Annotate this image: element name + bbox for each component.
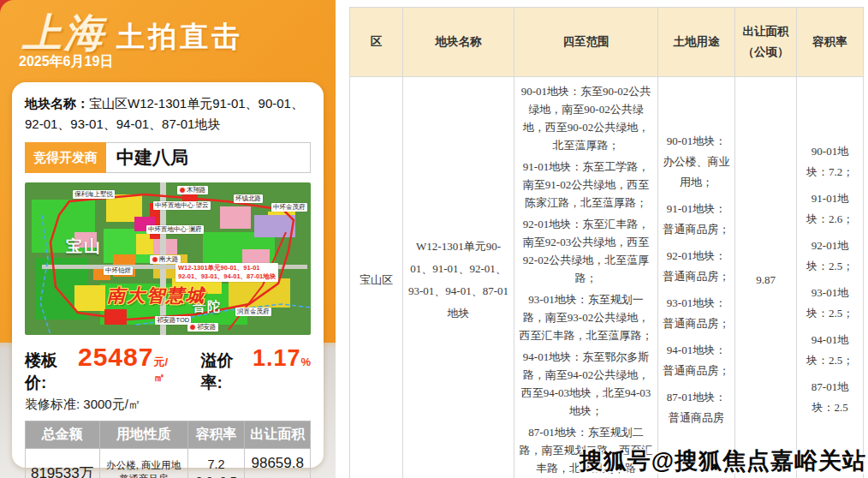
summary-header-total: 总金额 <box>26 421 100 449</box>
right-table-panel: 区 地块名称 四至范围 土地用途 出让面积（公顷） 容积率 宝山区 W12-13… <box>336 0 868 478</box>
left-infographic-panel: 上海土拍直击 2025年6月19日 地块名称：宝山区W12-1301单元91-0… <box>0 0 336 478</box>
summary-header-area: 出让面积 <box>245 421 311 449</box>
cell-parcel-name: W12-1301单元90-01、91-01、92-01、93-01、94-01、… <box>403 77 514 478</box>
metro-icon <box>179 187 186 194</box>
winner-badge: 竞得开发商 <box>25 142 106 173</box>
cell-far: 90-01地块：7.2； 91-01地块：2.6； 92-01地块：2.5； 9… <box>797 77 864 478</box>
price-row: 楼板价: 25487 元/㎡ 溢价率: 1.17 % <box>25 343 311 394</box>
map-label-qian-road: 祁安路 <box>187 323 218 332</box>
decoration-standard: 装修标准: 3000元/㎡ <box>25 397 311 413</box>
summary-header-far: 容积率 <box>187 421 245 449</box>
summary-header-row: 总金额 用地性质 容积率 出让面积 <box>26 421 311 449</box>
premium-value: 1.17 <box>253 345 301 372</box>
summary-total: 819533万 <box>26 449 100 478</box>
page: 上海土拍直击 2025年6月19日 地块名称：宝山区W12-1301单元91-0… <box>0 0 868 478</box>
header: 上海土拍直击 <box>22 7 243 60</box>
winner-name: 中建八局 <box>106 142 311 173</box>
zoning-map: 保利海上墅悦 木翔路 中环置地中心·望云 环镇北路 中环金茂府 中环置地中心·澜… <box>25 182 311 335</box>
summary-far: 7.2 2.6, 2.5 <box>187 449 245 478</box>
col-header-land-use: 土地用途 <box>658 8 735 77</box>
premium-group: 溢价率: 1.17 % <box>200 345 311 394</box>
brand-title: 上海 <box>22 10 106 55</box>
parcel-name-label: 地块名称： <box>25 96 89 111</box>
map-label-jinmao: 中环金茂府 <box>271 203 307 212</box>
map-label-runzhi: 润置金茂府 <box>235 308 271 316</box>
cell-boundaries: 90-01地块：东至90-02公共绿地，南至90-02公共绿地，西至90-02公… <box>514 77 658 478</box>
summary-area: 98659.8㎡ <box>245 449 311 478</box>
page-title: 土拍直击 <box>116 21 243 52</box>
col-header-boundaries: 四至范围 <box>514 8 658 77</box>
map-label-baoli: 保利海上墅悦 <box>73 190 115 199</box>
premium-label: 溢价率: <box>200 350 252 394</box>
parcel-detail-table: 区 地块名称 四至范围 土地用途 出让面积（公顷） 容积率 宝山区 W12-13… <box>349 7 864 478</box>
map-label-muxiang: 木翔路 <box>177 186 208 194</box>
map-label-parcel-callout: W12-1301单元90-01、91-01 92-01、93-01、94-01、… <box>175 263 278 282</box>
cell-area: 9.87 <box>735 77 797 478</box>
floor-price-unit: 元/㎡ <box>153 355 178 385</box>
map-label-huanzhen: 环镇北路 <box>234 194 263 203</box>
table-row: 宝山区 W12-1301单元90-01、91-01、92-01、93-01、94… <box>350 77 864 478</box>
summary-data-row: 819533万 办公楼, 商业用地 普通商品房 7.2 2.6, 2.5 986… <box>26 449 311 478</box>
map-label-boyu: 中环铂煜 <box>104 266 133 275</box>
auction-card: 地块名称：宝山区W12-1301单元91-01、90-01、92-01、93-0… <box>12 82 324 468</box>
col-header-far: 容积率 <box>797 8 864 77</box>
table-header-row: 区 地块名称 四至范围 土地用途 出让面积（公顷） 容积率 <box>350 8 864 77</box>
floor-price-value: 25487 <box>78 343 153 372</box>
map-label-wangyun: 中环置地中心·望云 <box>153 201 211 210</box>
map-label-baoshan: 宝山 <box>66 236 102 258</box>
metro-icon <box>189 324 196 331</box>
cell-district: 宝山区 <box>350 77 403 478</box>
cell-land-use: 90-01地块：办公楼、商业用地； 91-01地块：普通商品房； 92-01地块… <box>658 77 735 478</box>
watermark: 搜狐号@搜狐焦点嘉峪关站 <box>580 445 866 476</box>
map-label-nanda-city: 南大智慧城 <box>107 284 205 308</box>
col-header-area: 出让面积（公顷） <box>735 8 797 77</box>
premium-unit: % <box>300 356 311 368</box>
col-header-parcel-name: 地块名称 <box>403 8 514 77</box>
summary-table: 总金额 用地性质 容积率 出让面积 819533万 办公楼, 商业用地 普通商品… <box>25 421 311 478</box>
summary-landuse: 办公楼, 商业用地 普通商品房 <box>99 449 187 478</box>
summary-header-landuse: 用地性质 <box>99 421 187 449</box>
map-label-lanfu: 中环置地中心·澜府 <box>146 225 204 234</box>
map-label-qian-tod: 祁安路TOD <box>155 316 191 325</box>
parcel-name-line: 地块名称：宝山区W12-1301单元91-01、90-01、92-01、93-0… <box>25 93 311 134</box>
date-label: 2025年6月19日 <box>19 53 113 71</box>
floor-price-label: 楼板价: <box>25 350 78 394</box>
winner-row: 竞得开发商 中建八局 <box>25 142 311 173</box>
metro-icon <box>152 256 158 263</box>
col-header-district: 区 <box>350 8 403 77</box>
